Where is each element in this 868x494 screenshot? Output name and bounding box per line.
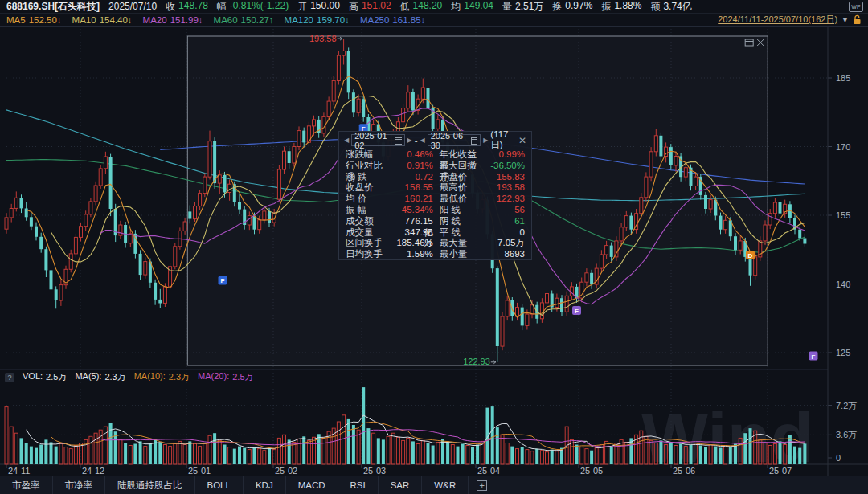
end-date-prev-icon[interactable]: ◀ [420, 137, 425, 144]
indicator-tab[interactable]: 陆股通持股占比 [105, 476, 195, 494]
quote-field-label: 换 [552, 0, 562, 14]
stat-value: 160.21 [396, 194, 432, 205]
quote-field-value: 150.00 [310, 0, 340, 14]
stat-label: 年化收益率 [440, 149, 484, 161]
svg-text:25-01: 25-01 [188, 466, 211, 476]
end-date-next-icon[interactable]: ▶ [483, 137, 488, 144]
stat-label: 阳 线 [440, 205, 484, 216]
svg-text:170: 170 [836, 142, 850, 152]
quote-field-label: 幅 [217, 0, 227, 14]
wind-chart-window: 1851701551401257.2万3.6万024-1124-1225-012… [0, 0, 868, 494]
svg-text:155: 155 [836, 210, 850, 220]
svg-text:25-04: 25-04 [477, 466, 500, 476]
stat-value: 0.91% [396, 161, 432, 172]
volume-legend-item: MA(20):2.5万 [198, 371, 253, 383]
unlock-icon[interactable] [853, 14, 862, 25]
help-icon[interactable]: ? [5, 373, 14, 382]
period-high-label: 193.58 [309, 34, 337, 43]
quote-field: 振1.88% [601, 0, 641, 14]
stat-label: 最大回撤? [440, 161, 484, 172]
ma-legend-item: MA10154.40↓ [72, 15, 133, 25]
stat-value: 155.83 [490, 172, 525, 183]
quote-field-value: 148.78 [178, 0, 208, 14]
stat-value: 7.05万 [490, 238, 525, 249]
stat-label: 最大量 [440, 238, 484, 249]
indicator-tab[interactable]: KDJ [244, 476, 286, 494]
stat-label: 区间换手 [346, 238, 390, 249]
event-badge-F[interactable]: F [572, 306, 581, 315]
svg-text:24-12: 24-12 [82, 466, 104, 476]
stat-value: 122.93 [490, 194, 525, 205]
symbol-title: 688169.SH[石头科技] [6, 0, 100, 14]
volume-legend-item: MA(5):2.3万 [75, 371, 125, 383]
ma-legend: MA5152.50↓MA10154.40↓MA20151.99↓MA60150.… [6, 15, 425, 25]
popup-close-icon[interactable]: ✕ [518, 135, 526, 146]
stat-label: 成交量 [346, 227, 390, 239]
stat-label: 行业对比? [346, 161, 390, 172]
quote-fields: 收148.78幅-0.81%(-1.22)开150.00高151.02低148.… [166, 0, 692, 14]
event-badge-D[interactable]: D [746, 251, 755, 259]
date-range-selector[interactable]: 2024/11/11-2025/07/10(162日) ▼ [718, 14, 862, 26]
stat-value: 1.59% [396, 249, 432, 260]
quote-field: 额3.74亿 [650, 0, 691, 14]
quote-field-label: 收 [166, 0, 175, 14]
svg-text:24-11: 24-11 [8, 466, 30, 476]
indicator-tab[interactable]: RSI [338, 476, 379, 494]
start-date-picker[interactable]: 2025-01-02 [351, 134, 404, 146]
start-date-next-icon[interactable]: ▶ [407, 137, 412, 144]
volume-legend-item: VOL:2.5万 [23, 371, 67, 383]
indicator-tab[interactable]: MACD [286, 476, 338, 494]
svg-text:125: 125 [836, 348, 850, 357]
stat-label: 均 价 [346, 194, 390, 205]
stat-label: 成交额 [346, 216, 390, 227]
quote-field-value: 3.74亿 [663, 0, 691, 14]
quote-field-value: 2.51万 [515, 0, 543, 14]
indicator-tab[interactable]: W&R [422, 476, 469, 494]
ma-legend-bar: MA5152.50↓MA10154.40↓MA20151.99↓MA60150.… [0, 14, 868, 27]
period-low-label: 122.93 [463, 357, 490, 366]
svg-text:25-02: 25-02 [275, 466, 297, 476]
quote-field: 幅-0.81%(-1.22) [217, 0, 289, 14]
wp-window-icon[interactable]: WP [849, 2, 863, 12]
stat-label: 开盘价 [440, 172, 484, 183]
chevron-down-icon[interactable]: ▼ [841, 16, 849, 24]
svg-text:25-05: 25-05 [580, 466, 603, 476]
quote-field-label: 均 [451, 0, 461, 14]
start-date-value: 2025-01-02 [354, 131, 392, 150]
start-date-prev-icon[interactable]: ◀ [344, 137, 349, 144]
quote-field-value: 149.04 [464, 0, 493, 14]
svg-text:185: 185 [836, 73, 850, 83]
indicator-tab-bar: 市盈率市净率陆股通持股占比BOLLKDJMACDRSISARW&R + [0, 476, 868, 494]
stat-value: 0.99% [490, 149, 525, 161]
ma-legend-item: MA20151.99↓ [143, 15, 203, 25]
svg-text:D: D [748, 252, 753, 259]
quote-field: 换0.97% [552, 0, 592, 14]
svg-text:F: F [812, 353, 816, 361]
indicator-tab[interactable]: 市盈率 [0, 476, 53, 494]
stat-label: 最高价 [440, 182, 484, 194]
plus-icon: + [477, 480, 487, 491]
quote-field-label: 量 [502, 0, 512, 14]
stat-value: 45.34% [396, 205, 432, 216]
volume-legend: VOL:2.5万MA(5):2.3万MA(10):2.3万MA(20):2.5万 [23, 371, 254, 383]
indicator-tab[interactable]: BOLL [195, 476, 244, 494]
quote-field: 高151.02 [349, 0, 391, 14]
ma-legend-item: MA250161.85↓ [360, 15, 425, 25]
stat-value: 0.46% [396, 149, 432, 161]
date-range-text[interactable]: 2024/11/11-2025/07/10(162日) [718, 14, 837, 26]
indicator-tab[interactable]: SAR [379, 476, 423, 494]
calendar-icon [471, 137, 477, 145]
stat-value: 347.96万 [396, 227, 432, 239]
add-indicator-button[interactable]: + [469, 476, 495, 494]
event-badge-F[interactable]: F [219, 276, 227, 284]
indicator-tab[interactable]: 市净率 [53, 476, 106, 494]
quote-field-value: 151.02 [362, 0, 391, 14]
quote-field-value: 1.88% [614, 0, 641, 14]
svg-text:140: 140 [836, 280, 850, 289]
stat-label: 阴 线 [440, 216, 484, 227]
quote-field: 均149.04 [451, 0, 493, 14]
stat-label: 平 线 [440, 227, 484, 239]
svg-text:F: F [575, 308, 579, 315]
event-badge-F[interactable]: F [809, 352, 818, 361]
end-date-picker[interactable]: 2025-06-30 [428, 134, 481, 146]
